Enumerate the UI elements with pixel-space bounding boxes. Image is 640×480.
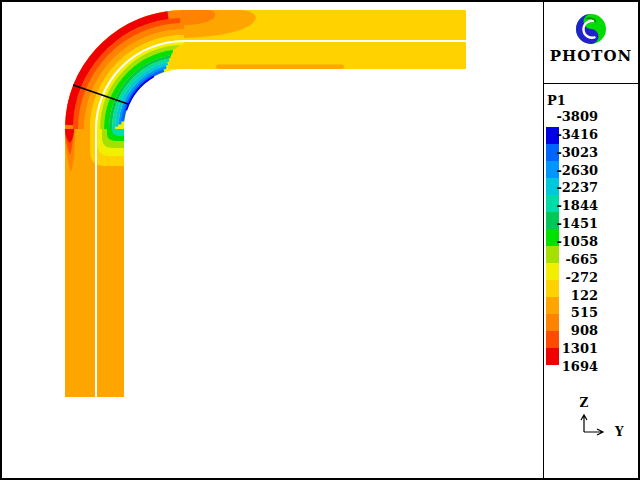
legend-value-label: -3809 [546, 109, 598, 125]
legend-value-label: -665 [546, 252, 598, 268]
axis-triad: Z Y [570, 392, 634, 446]
legend-value-label: -1844 [546, 198, 598, 214]
vertical-pipe [65, 129, 124, 397]
legend-value-label: -272 [546, 270, 598, 286]
axis-y-label: Y [614, 425, 624, 439]
pipe-centerline [96, 41, 466, 397]
axis-y-arrow [584, 429, 603, 435]
contour-patch [216, 65, 344, 70]
legend-value-label: -3023 [546, 145, 598, 161]
legend-value-label: 1301 [546, 341, 598, 357]
photon-window: PHOTON P1 -3809 -3416 -3023 -2630 -2237 … [0, 0, 640, 480]
legend-value-label: 122 [546, 288, 598, 304]
axis-z-arrow [581, 415, 587, 432]
legend-value-label: 908 [546, 323, 598, 339]
legend-value-label: -1451 [546, 216, 598, 232]
legend-title: P1 [547, 93, 566, 108]
legend-value-label: -3416 [546, 127, 598, 143]
photon-wordmark: PHOTON [544, 47, 638, 65]
legend-value-label: 515 [546, 305, 598, 321]
bend-contour-bands [69, 15, 184, 129]
axis-z-label: Z [580, 396, 589, 410]
legend-value-label: -2630 [546, 163, 598, 179]
legend-value-label: -2237 [546, 180, 598, 196]
photon-logo-icon [574, 13, 608, 47]
legend-value-label: 1694 [546, 359, 598, 375]
legend-value-label: -1058 [546, 234, 598, 250]
logo-box: PHOTON [544, 0, 638, 84]
